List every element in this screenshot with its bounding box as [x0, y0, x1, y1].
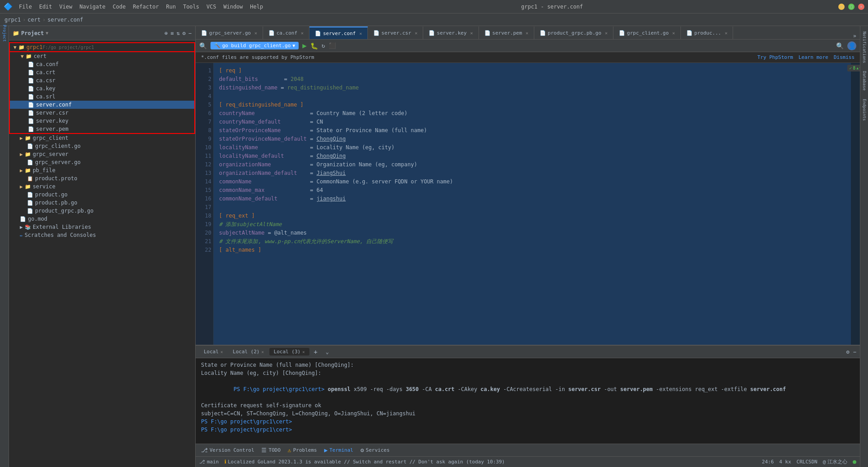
- close-tab-server-key[interactable]: ✕: [470, 31, 473, 36]
- grpc-server-label[interactable]: grpc_server: [33, 151, 68, 157]
- build-dropdown-icon[interactable]: ▼: [292, 43, 295, 48]
- menu-file[interactable]: File: [16, 3, 35, 11]
- tree-ca-crt[interactable]: 📄 ca.crt: [9, 68, 195, 76]
- run-button[interactable]: ▶: [302, 41, 307, 50]
- close-local3-tab[interactable]: ✕: [302, 350, 304, 354]
- user-icon[interactable]: 👤: [847, 41, 856, 50]
- root-label[interactable]: grpc1: [27, 44, 43, 50]
- tree-go-mod[interactable]: 📄 go.mod: [9, 215, 195, 223]
- try-phpstorm-link[interactable]: Try PhpStorm: [757, 54, 793, 60]
- server-pem-label[interactable]: server.pem: [36, 126, 68, 132]
- locate-icon[interactable]: ⊕: [165, 30, 168, 36]
- tree-root[interactable]: ▼ 📁 grpc1 F:/go project/grpc1: [9, 42, 195, 52]
- close-tab-produc[interactable]: ✕: [725, 31, 727, 36]
- notifications-panel-icon[interactable]: Notifications: [861, 30, 868, 65]
- problems-tool[interactable]: ⚠ Problems: [288, 447, 317, 454]
- close-tab-server-conf[interactable]: ✕: [359, 31, 362, 36]
- server-conf-label[interactable]: server.conf: [36, 102, 72, 108]
- tab-grpc-server-go[interactable]: 📄 grpc_server.go ✕: [196, 27, 263, 39]
- menu-view[interactable]: View: [57, 3, 75, 11]
- tree-ca-key[interactable]: 📄 ca.key: [9, 85, 195, 93]
- close-local2-tab[interactable]: ✕: [261, 350, 264, 354]
- database-panel-icon[interactable]: Database: [861, 69, 868, 92]
- ca-conf-label[interactable]: ca.conf: [36, 61, 59, 67]
- breadcrumb-part-file[interactable]: server.conf: [48, 17, 83, 23]
- terminal-content[interactable]: State or Province Name (full name) [Chon…: [196, 358, 860, 444]
- services-tool[interactable]: ⚙ Services: [360, 447, 389, 454]
- collapse-icon[interactable]: ≡: [170, 30, 174, 36]
- menu-vcs[interactable]: VCS: [204, 3, 219, 11]
- tab-server-conf[interactable]: 📄 server.conf ✕: [309, 27, 368, 39]
- learn-more-link[interactable]: Learn more: [798, 54, 828, 60]
- product-pb-go-label[interactable]: product.pb.go: [35, 200, 77, 206]
- encoding-status[interactable]: CRLCSDN: [796, 459, 817, 465]
- tree-ca-csr[interactable]: 📄 ca.csr: [9, 76, 195, 85]
- close-button[interactable]: ✕: [858, 4, 864, 10]
- menu-run[interactable]: Run: [163, 3, 179, 11]
- ca-crt-label[interactable]: ca.crt: [36, 69, 55, 76]
- ext-libs-label[interactable]: External Libraries: [33, 224, 91, 230]
- tree-grpc-server-folder[interactable]: ▶ 📁 grpc_server: [9, 150, 195, 158]
- tab-server-key[interactable]: 📄 server.key ✕: [423, 27, 479, 39]
- tree-grpc-client-go[interactable]: 📄 grpc_client.go: [9, 142, 195, 150]
- terminal-more-icon[interactable]: ⌄: [322, 348, 332, 356]
- notification-status[interactable]: ℹ Localized GoLand 2023.1.3 is available…: [224, 459, 505, 465]
- debug-button[interactable]: 🐛: [310, 42, 318, 49]
- tree-ca-conf[interactable]: 📄 ca.conf: [9, 60, 195, 68]
- tree-product-proto[interactable]: 📋 product.proto: [9, 174, 195, 182]
- menu-window[interactable]: Window: [221, 3, 246, 11]
- check-up-icon[interactable]: ▲: [856, 66, 859, 70]
- line-col-status[interactable]: 24:6: [762, 459, 774, 465]
- terminal-tool[interactable]: ▶ Terminal: [324, 447, 353, 454]
- tree-ca-srl[interactable]: 📄 ca.srl: [9, 93, 195, 101]
- grpc-server-go-label[interactable]: grpc_server.go: [35, 159, 81, 165]
- tab-ca-conf[interactable]: 📄 ca.conf ✕: [263, 27, 309, 39]
- tree-pb-file-folder[interactable]: ▶ 📁 pb_file: [9, 166, 195, 174]
- editor-content[interactable]: 1234 5678 9101112 13141516 17181920 2122…: [196, 63, 860, 345]
- close-tab-ca-conf[interactable]: ✕: [301, 31, 304, 36]
- tree-server-csr[interactable]: 📄 server.csr: [9, 109, 195, 117]
- tab-server-csr[interactable]: 📄 server.csr ✕: [368, 27, 423, 39]
- search-icon-right[interactable]: 🔍: [836, 42, 844, 49]
- tree-product-pb-go[interactable]: 📄 product.pb.go: [9, 199, 195, 207]
- tab-product-grpc-pb-go[interactable]: 📄 product_grpc.pb.go ✕: [534, 27, 613, 39]
- service-label[interactable]: service: [33, 183, 56, 190]
- settings-icon[interactable]: ⚙: [183, 30, 186, 36]
- project-icon[interactable]: Project: [1, 30, 8, 37]
- tree-server-pem[interactable]: 📄 server.pem: [9, 125, 195, 134]
- grpc-client-go-label[interactable]: grpc_client.go: [35, 143, 81, 149]
- minimize-button[interactable]: —: [838, 4, 845, 10]
- code-area[interactable]: [ req ] default_bits = 2048 distinguishe…: [214, 63, 851, 345]
- tree-grpc-server-go[interactable]: 📄 grpc_server.go: [9, 158, 195, 166]
- server-csr-label[interactable]: server.csr: [36, 110, 68, 116]
- menu-code[interactable]: Code: [110, 3, 129, 11]
- endpoints-panel-icon[interactable]: Endpoints: [861, 97, 868, 123]
- terminal-tab-local2[interactable]: Local (2) ✕: [228, 348, 268, 356]
- more-tabs-button[interactable]: »: [850, 33, 860, 39]
- add-terminal-button[interactable]: +: [310, 347, 321, 356]
- tree-product-go[interactable]: 📄 product.go: [9, 191, 195, 199]
- tab-produc-ellipsis[interactable]: 📄 produc... ✕: [681, 27, 734, 39]
- close-tab-product-grpc[interactable]: ✕: [605, 31, 608, 36]
- tree-grpc-client-folder[interactable]: ▶ 📁 grpc_client: [9, 134, 195, 142]
- menu-edit[interactable]: Edit: [36, 3, 55, 11]
- close-tab-grpc-server[interactable]: ✕: [255, 31, 257, 36]
- breadcrumb-part-cert[interactable]: cert: [27, 17, 40, 23]
- tree-server-key[interactable]: 📄 server.key: [9, 117, 195, 125]
- close-tab-server-pem[interactable]: ✕: [526, 31, 528, 36]
- cert-label[interactable]: cert: [34, 53, 47, 59]
- todo-tool[interactable]: ☰ TODO: [261, 447, 281, 454]
- close-tab-server-csr[interactable]: ✕: [415, 31, 417, 36]
- check-badge[interactable]: ✓ 8 ▲ ▼: [847, 65, 860, 71]
- stop-button[interactable]: ⬛: [329, 42, 336, 49]
- terminal-tab-local3[interactable]: Local (3) ✕: [269, 348, 309, 356]
- product-proto-label[interactable]: product.proto: [35, 175, 77, 182]
- tree-scratches[interactable]: ✏ Scratches and Consoles: [9, 231, 195, 239]
- expand-icon[interactable]: ⇅: [176, 30, 179, 36]
- grpc-client-label[interactable]: grpc_client: [33, 135, 68, 141]
- tree-server-conf[interactable]: 📄 server.conf: [9, 101, 195, 109]
- build-button[interactable]: 🔨 go build grpc_client.go ▼: [210, 42, 299, 49]
- menu-tools[interactable]: Tools: [180, 3, 202, 11]
- product-go-label[interactable]: product.go: [35, 191, 67, 198]
- toolbar-search-icon[interactable]: 🔍: [199, 42, 207, 49]
